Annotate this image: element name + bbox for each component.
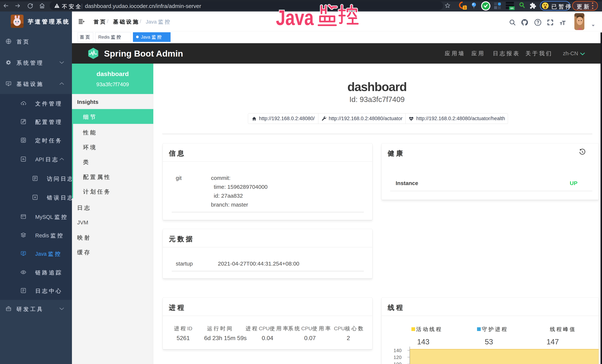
svg-text:1: 1 <box>464 6 466 9</box>
svg-text:on: on <box>510 7 513 10</box>
svg-text:Java: Java <box>276 6 314 30</box>
